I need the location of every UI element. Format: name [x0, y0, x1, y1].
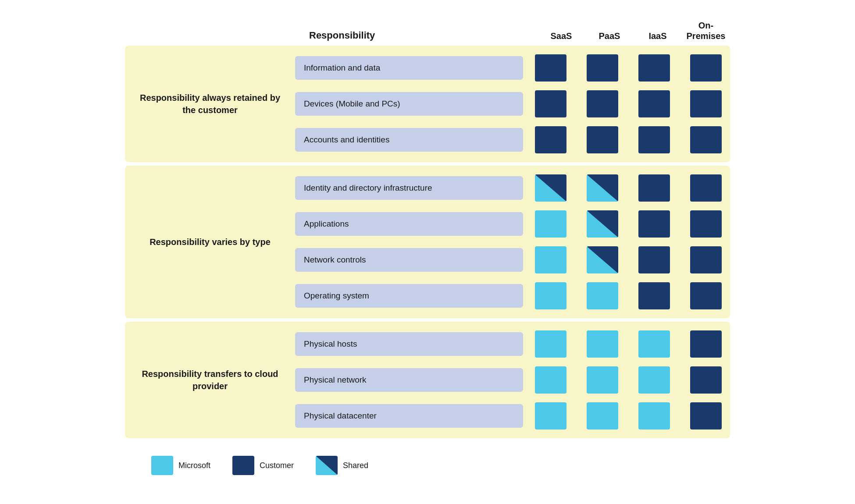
- legend-label-microsoft: Microsoft: [178, 461, 210, 470]
- cell-inner-iaas-0: [638, 174, 670, 202]
- legend-box-customer: [232, 456, 254, 475]
- cell-saas-0: [527, 53, 575, 83]
- cell-inner-saas-2: [535, 246, 566, 273]
- legend-label-customer: Customer: [260, 461, 294, 470]
- cell-iaas-0: [630, 53, 678, 83]
- cell-onprem-2: [682, 245, 730, 275]
- header-responsibility-label: Responsibility: [309, 30, 537, 46]
- cell-onprem-1: [682, 365, 730, 395]
- legend-item-microsoft: Microsoft: [151, 456, 210, 475]
- section-label-area-customer: Responsibility always retained by the cu…: [125, 50, 295, 158]
- cell-inner-paas-0: [587, 54, 618, 82]
- cell-inner-onprem-3: [690, 282, 722, 309]
- cell-inner-saas-2: [535, 126, 566, 153]
- cell-paas-1: [578, 89, 627, 119]
- cell-inner-iaas-1: [638, 210, 670, 238]
- cell-inner-paas-1: [587, 90, 618, 117]
- header-row: Responsibility SaaS PaaS IaaS On-Premise…: [125, 20, 730, 46]
- cell-inner-saas-1: [535, 90, 566, 117]
- section-label-varies: Responsibility varies by type: [150, 236, 271, 248]
- cell-saas-1: [527, 89, 575, 119]
- cell-inner-iaas-1: [638, 90, 670, 117]
- cell-inner-paas-2: [587, 246, 618, 273]
- rows-area-varies: Identity and directory infrastructureApp…: [295, 170, 730, 314]
- cell-inner-iaas-2: [638, 126, 670, 153]
- cell-inner-saas-0: [535, 54, 566, 82]
- cell-inner-onprem-1: [690, 366, 722, 394]
- cell-paas-0: [578, 173, 627, 203]
- table-row: Information and data: [295, 53, 730, 83]
- cell-onprem-0: [682, 53, 730, 83]
- cell-inner-paas-3: [587, 282, 618, 309]
- cell-iaas-0: [630, 173, 678, 203]
- cell-onprem-3: [682, 280, 730, 311]
- cell-saas-1: [527, 209, 575, 239]
- legend-label-shared: Shared: [343, 461, 368, 470]
- legend: Microsoft Customer Shared: [125, 456, 730, 475]
- header-col-iaas: IaaS: [634, 31, 682, 46]
- cell-saas-2: [527, 245, 575, 275]
- cell-onprem-2: [682, 124, 730, 155]
- cell-paas-1: [578, 209, 627, 239]
- table-row: Physical hosts: [295, 329, 730, 359]
- cell-iaas-0: [630, 329, 678, 359]
- cell-paas-2: [578, 401, 627, 431]
- cell-saas-1: [527, 365, 575, 395]
- cell-onprem-2: [682, 401, 730, 431]
- cell-onprem-0: [682, 173, 730, 203]
- table-row: Devices (Mobile and PCs): [295, 89, 730, 119]
- section-customer: Responsibility always retained by the cu…: [125, 46, 730, 162]
- table-row: Physical network: [295, 365, 730, 395]
- cell-inner-iaas-2: [638, 246, 670, 273]
- cell-inner-saas-0: [535, 330, 566, 358]
- table-row: Network controls: [295, 245, 730, 275]
- cell-inner-onprem-1: [690, 210, 722, 238]
- legend-item-customer: Customer: [232, 456, 294, 475]
- cell-inner-paas-0: [587, 174, 618, 202]
- cell-paas-0: [578, 329, 627, 359]
- cell-inner-onprem-0: [690, 174, 722, 202]
- row-label: Operating system: [295, 284, 523, 308]
- row-label: Physical network: [295, 368, 523, 392]
- row-label: Accounts and identities: [295, 128, 523, 152]
- cell-inner-onprem-1: [690, 90, 722, 117]
- table-row: Physical datacenter: [295, 401, 730, 431]
- cell-onprem-1: [682, 209, 730, 239]
- cell-saas-3: [527, 280, 575, 311]
- cell-saas-0: [527, 173, 575, 203]
- cell-inner-onprem-0: [690, 54, 722, 82]
- row-label: Applications: [295, 212, 523, 236]
- cell-inner-paas-1: [587, 366, 618, 394]
- cell-inner-iaas-1: [638, 366, 670, 394]
- table-row: Operating system: [295, 280, 730, 311]
- cell-iaas-1: [630, 365, 678, 395]
- cell-iaas-1: [630, 209, 678, 239]
- section-label-area-varies: Responsibility varies by type: [125, 170, 295, 314]
- row-label: Physical datacenter: [295, 404, 523, 428]
- cell-saas-2: [527, 124, 575, 155]
- cell-saas-0: [527, 329, 575, 359]
- section-varies: Responsibility varies by typeIdentity an…: [125, 166, 730, 318]
- cell-iaas-3: [630, 280, 678, 311]
- rows-area-customer: Information and dataDevices (Mobile and …: [295, 50, 730, 158]
- cell-inner-saas-1: [535, 366, 566, 394]
- section-transfers: Responsibility transfers to cloud provid…: [125, 322, 730, 438]
- cell-iaas-1: [630, 89, 678, 119]
- cell-inner-onprem-2: [690, 246, 722, 273]
- row-label: Identity and directory infrastructure: [295, 176, 523, 200]
- cell-inner-onprem-2: [690, 402, 722, 429]
- cell-iaas-2: [630, 401, 678, 431]
- section-label-transfers: Responsibility transfers to cloud provid…: [138, 368, 282, 392]
- cell-inner-saas-1: [535, 210, 566, 238]
- cell-inner-onprem-2: [690, 126, 722, 153]
- legend-item-shared: Shared: [316, 456, 368, 475]
- row-label: Network controls: [295, 248, 523, 272]
- cell-inner-saas-3: [535, 282, 566, 309]
- cell-onprem-1: [682, 89, 730, 119]
- section-label-customer: Responsibility always retained by the cu…: [138, 92, 282, 116]
- cell-inner-paas-2: [587, 402, 618, 429]
- sections-container: Responsibility always retained by the cu…: [125, 46, 730, 438]
- cell-paas-1: [578, 365, 627, 395]
- cell-paas-2: [578, 245, 627, 275]
- cell-onprem-0: [682, 329, 730, 359]
